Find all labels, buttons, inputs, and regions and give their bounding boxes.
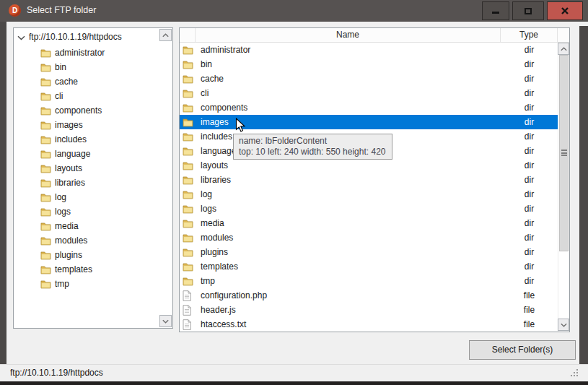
tree-item[interactable]: cache: [14, 74, 158, 89]
table-row[interactable]: media dir: [180, 216, 558, 230]
row-type: file: [501, 305, 558, 315]
table-row[interactable]: modules dir: [180, 230, 558, 245]
table-row[interactable]: htaccess.txt file: [180, 317, 558, 332]
select-folders-button[interactable]: Select Folder(s): [469, 340, 576, 360]
file-icon: [180, 290, 196, 301]
window-frame-right: [579, 26, 588, 364]
tree-item[interactable]: cli: [14, 89, 158, 103]
folder-icon: [180, 161, 196, 170]
header-name-column[interactable]: Name: [196, 28, 501, 42]
tree-item[interactable]: layouts: [14, 161, 158, 176]
titlebar[interactable]: D Select FTP folder: [0, 0, 588, 22]
tree-item-label: cache: [55, 77, 78, 87]
tree-item[interactable]: log: [14, 190, 158, 204]
tree-item[interactable]: includes: [14, 132, 158, 147]
row-name: logs: [196, 204, 501, 214]
folder-icon: [180, 103, 196, 113]
window-frame-bottom: [0, 381, 588, 385]
file-icon: [180, 319, 196, 330]
row-name: modules: [196, 233, 501, 243]
tree-item[interactable]: components: [14, 103, 158, 118]
mouse-pointer-icon: [235, 118, 246, 136]
table-row[interactable]: logs dir: [180, 202, 558, 216]
tree-item[interactable]: bin: [14, 60, 158, 74]
row-type: dir: [501, 247, 558, 257]
minimize-button[interactable]: [482, 1, 509, 20]
tree-item[interactable]: libraries: [14, 176, 158, 190]
tree-item[interactable]: plugins: [14, 248, 158, 262]
tree-item[interactable]: modules: [14, 233, 158, 248]
tree-scroll-down-button[interactable]: [159, 315, 172, 327]
folder-icon: [40, 222, 51, 231]
table-row[interactable]: components dir: [180, 100, 558, 115]
folder-icon: [40, 135, 51, 144]
tree-item[interactable]: images: [14, 118, 158, 132]
folder-icon: [180, 89, 196, 98]
tree-item-label: libraries: [55, 178, 85, 188]
row-name: libraries: [196, 175, 501, 185]
folder-icon: [40, 150, 51, 159]
table-row[interactable]: configuration.php file: [180, 288, 558, 303]
table-row[interactable]: templates dir: [180, 259, 558, 274]
table-row[interactable]: libraries dir: [180, 173, 558, 187]
tree-item-label: media: [55, 221, 79, 231]
list-scrollbar[interactable]: [558, 43, 569, 332]
header-type-column[interactable]: Type: [501, 28, 558, 42]
list-header: Name Type: [180, 28, 569, 43]
folder-icon: [180, 190, 196, 199]
row-type: dir: [501, 103, 558, 113]
close-button[interactable]: [547, 1, 583, 20]
row-type: dir: [501, 59, 558, 69]
row-name: plugins: [196, 247, 501, 257]
resize-grip-icon[interactable]: [571, 369, 579, 378]
tree-root-label: ftp://10.10.1.19/httpdocs: [29, 32, 122, 42]
table-row[interactable]: tmp dir: [180, 274, 558, 288]
tree-item-label: tmp: [55, 279, 69, 289]
debug-tooltip: name: lbFolderContent top: 10 left: 240 …: [233, 134, 392, 160]
row-type: dir: [501, 276, 558, 286]
row-name: cache: [196, 74, 501, 84]
row-type: dir: [501, 160, 558, 170]
tooltip-line-2: top: 10 left: 240 width: 550 height: 420: [239, 147, 385, 157]
chevron-down-icon[interactable]: [17, 35, 26, 40]
tree-root-node[interactable]: ftp://10.10.1.19/httpdocs: [15, 30, 122, 44]
list-scroll-thumb[interactable]: [559, 55, 569, 251]
tree-item[interactable]: templates: [14, 262, 158, 277]
tree-item-label: language: [55, 149, 90, 159]
folder-icon: [40, 92, 51, 101]
table-row[interactable]: header.js file: [180, 303, 558, 317]
folder-icon: [180, 60, 196, 69]
folder-icon: [40, 251, 51, 260]
table-row[interactable]: bin dir: [180, 57, 558, 72]
status-path: ftp://10.10.1.19/httpdocs: [10, 368, 103, 378]
row-name: tmp: [196, 276, 501, 286]
tree-item-label: components: [55, 105, 102, 116]
table-row[interactable]: plugins dir: [180, 245, 558, 259]
row-type: dir: [501, 88, 558, 98]
maximize-button[interactable]: [512, 1, 544, 20]
app-logo-icon: D: [9, 4, 21, 17]
list-scroll-down-button[interactable]: [558, 319, 569, 331]
tree-scroll-up-button[interactable]: [159, 29, 172, 41]
tree-item[interactable]: tmp: [14, 277, 158, 291]
list-scroll-up-button[interactable]: [558, 43, 569, 55]
tree-item-label: cli: [55, 91, 63, 101]
table-row[interactable]: cache dir: [180, 72, 558, 86]
tree-item[interactable]: logs: [14, 204, 158, 219]
folder-icon: [180, 147, 196, 156]
tree-item[interactable]: language: [14, 147, 158, 161]
folder-icon: [180, 248, 196, 257]
row-type: dir: [501, 117, 558, 127]
table-row[interactable]: administrator dir: [180, 43, 558, 57]
list-rows: administrator dir bin dir cache dir cli …: [180, 43, 558, 332]
tree-item[interactable]: media: [14, 219, 158, 233]
row-type: dir: [501, 175, 558, 185]
tree-item-label: templates: [55, 264, 92, 274]
table-row[interactable]: cli dir: [180, 86, 558, 100]
chevron-up-icon: [162, 33, 169, 38]
folder-icon: [40, 178, 51, 188]
table-row[interactable]: layouts dir: [180, 158, 558, 173]
table-row[interactable]: log dir: [180, 187, 558, 202]
tree-item[interactable]: administrator: [14, 46, 158, 60]
maximize-icon: [525, 8, 532, 14]
